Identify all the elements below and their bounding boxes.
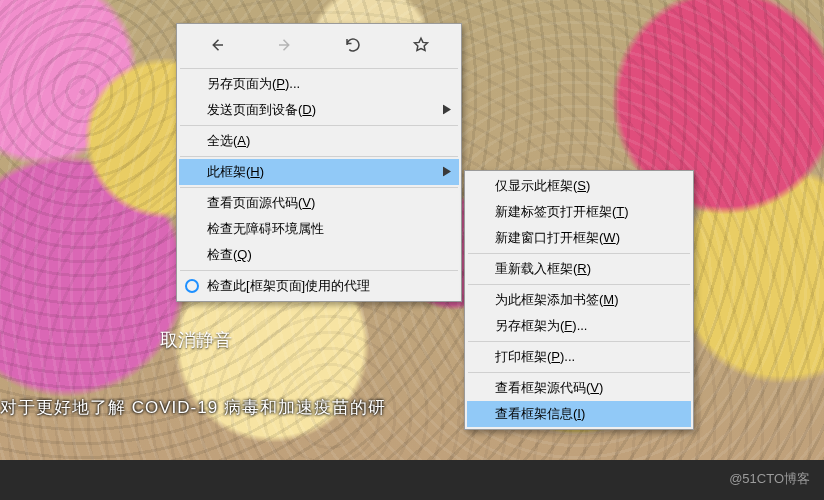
submenu-view-frame-info[interactable]: 查看框架信息(I): [467, 401, 691, 427]
menu-a11y-properties[interactable]: 检查无障碍环境属性: [179, 216, 459, 242]
separator: [180, 68, 458, 69]
menu-label: 全选(A): [207, 132, 250, 150]
arrow-left-icon: [208, 36, 226, 54]
star-icon: [412, 36, 430, 54]
nav-reload-button[interactable]: [340, 32, 366, 58]
menu-label: 打印框架(P)...: [495, 348, 575, 366]
menu-this-frame[interactable]: 此框架(H): [179, 159, 459, 185]
menu-label: 新建标签页打开框架(T): [495, 203, 629, 221]
submenu-arrow-icon: [443, 165, 451, 180]
submenu-show-only-frame[interactable]: 仅显示此框架(S): [467, 173, 691, 199]
submenu-bookmark-frame[interactable]: 为此框架添加书签(M): [467, 287, 691, 313]
nav-forward-button[interactable]: [272, 32, 298, 58]
separator: [180, 187, 458, 188]
arrow-right-icon: [276, 36, 294, 54]
menu-label: 查看框架源代码(V): [495, 379, 603, 397]
menu-save-page-as[interactable]: 另存页面为(P)...: [179, 71, 459, 97]
context-menu-toolbar: [179, 26, 459, 66]
menu-label: 检查(Q): [207, 246, 252, 264]
separator: [468, 284, 690, 285]
video-subtitle: 对于更好地了解 COVID-19 病毒和加速疫苗的研: [0, 396, 386, 419]
menu-label: 为此框架添加书签(M): [495, 291, 619, 309]
nav-bookmark-button[interactable]: [408, 32, 434, 58]
submenu-save-frame-as[interactable]: 另存框架为(F)...: [467, 313, 691, 339]
menu-label: 检查此[框架页面]使用的代理: [207, 277, 370, 295]
frame-submenu: 仅显示此框架(S) 新建标签页打开框架(T) 新建窗口打开框架(W) 重新载入框…: [464, 170, 694, 430]
menu-label: 发送页面到设备(D): [207, 101, 316, 119]
submenu-open-frame-tab[interactable]: 新建标签页打开框架(T): [467, 199, 691, 225]
menu-label: 此框架(H): [207, 163, 264, 181]
unmute-label: 取消静音: [160, 328, 232, 352]
radio-icon: [185, 279, 199, 293]
submenu-open-frame-window[interactable]: 新建窗口打开框架(W): [467, 225, 691, 251]
menu-label: 另存框架为(F)...: [495, 317, 587, 335]
watermark: @51CTO博客: [729, 470, 810, 488]
menu-label: 查看页面源代码(V): [207, 194, 315, 212]
unmute-overlay[interactable]: 取消静音: [160, 328, 232, 352]
menu-inspect[interactable]: 检查(Q): [179, 242, 459, 268]
menu-send-to-device[interactable]: 发送页面到设备(D): [179, 97, 459, 123]
menu-label: 仅显示此框架(S): [495, 177, 590, 195]
context-menu: 另存页面为(P)... 发送页面到设备(D) 全选(A) 此框架(H) 查看页面…: [176, 23, 462, 302]
nav-back-button[interactable]: [204, 32, 230, 58]
separator: [468, 253, 690, 254]
menu-label: 另存页面为(P)...: [207, 75, 300, 93]
separator: [180, 270, 458, 271]
submenu-reload-frame[interactable]: 重新载入框架(R): [467, 256, 691, 282]
submenu-view-frame-source[interactable]: 查看框架源代码(V): [467, 375, 691, 401]
menu-inspect-proxy[interactable]: 检查此[框架页面]使用的代理: [179, 273, 459, 299]
submenu-print-frame[interactable]: 打印框架(P)...: [467, 344, 691, 370]
separator: [180, 156, 458, 157]
menu-select-all[interactable]: 全选(A): [179, 128, 459, 154]
reload-icon: [344, 36, 362, 54]
menu-label: 新建窗口打开框架(W): [495, 229, 620, 247]
menu-label: 检查无障碍环境属性: [207, 220, 324, 238]
menu-label: 重新载入框架(R): [495, 260, 591, 278]
separator: [180, 125, 458, 126]
separator: [468, 372, 690, 373]
separator: [468, 341, 690, 342]
menu-view-page-source[interactable]: 查看页面源代码(V): [179, 190, 459, 216]
menu-label: 查看框架信息(I): [495, 405, 585, 423]
letterbox-bar: [0, 460, 824, 500]
submenu-arrow-icon: [443, 103, 451, 118]
